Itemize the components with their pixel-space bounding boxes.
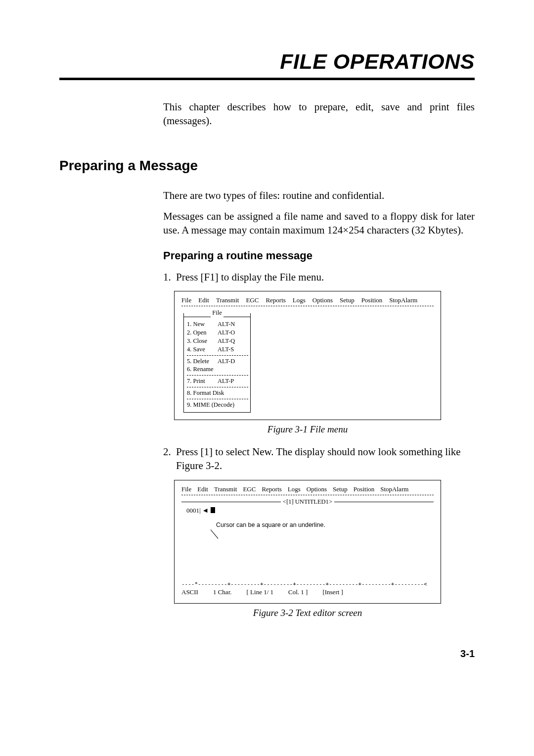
- paragraph: Messages can be assigned a file name and…: [163, 209, 475, 237]
- separator: [181, 306, 434, 306]
- menu-options: Options: [312, 296, 333, 304]
- menu-item: 9. MIME (Decode): [187, 401, 247, 409]
- intro-paragraph: This chapter describes how to prepare, e…: [163, 100, 475, 128]
- menu-options: Options: [307, 485, 327, 493]
- menu-file: File: [181, 485, 191, 493]
- menu-reports: Reports: [262, 485, 281, 493]
- menu-item: 4. SaveALT-S: [187, 345, 247, 354]
- menu-setup: Setup: [340, 296, 355, 304]
- menu-item: 3. CloseALT-Q: [187, 337, 247, 345]
- menu-position: Position: [361, 296, 383, 304]
- dropdown-title: File: [211, 309, 223, 317]
- page: FILE OPERATIONS This chapter describes h…: [0, 0, 534, 689]
- dropdown-title-row: File: [183, 313, 251, 321]
- menu-position: Position: [354, 485, 375, 493]
- step-text: Press [F1] to display the File menu.: [176, 270, 475, 284]
- status-mode: ASCII: [181, 588, 198, 596]
- status-insert: [Insert ]: [322, 588, 343, 596]
- separator: [187, 399, 248, 399]
- cursor-icon: [211, 507, 215, 513]
- menu-reports: Reports: [266, 296, 285, 304]
- section-heading: Preparing a Message: [59, 158, 475, 174]
- menu-egc: EGC: [243, 485, 256, 493]
- editor-title-row: <[1] UNTITLED1>: [181, 498, 434, 506]
- menubar: File Edit Transmit EGC Reports Logs Opti…: [181, 296, 434, 304]
- separator: [187, 355, 248, 356]
- menu-file: File: [181, 296, 191, 304]
- menubar: File Edit Transmit EGC Reports Logs Opti…: [181, 485, 434, 493]
- subsection-heading: Preparing a routine message: [163, 249, 475, 262]
- separator: [187, 375, 248, 376]
- step-number: 2.: [163, 445, 176, 473]
- status-char: 1 Char.: [213, 588, 232, 596]
- menu-stopalarm: StopAlarm: [389, 296, 417, 304]
- figure-caption: Figure 3-1 File menu: [174, 424, 441, 435]
- menu-item: 5. DeleteALT-D: [187, 357, 247, 366]
- figure-text-editor: File Edit Transmit EGC Reports Logs Opti…: [174, 480, 441, 604]
- menu-edit: Edit: [198, 296, 209, 304]
- status-col: Col. 1 ]: [288, 588, 308, 596]
- menu-item: 8. Format Disk: [187, 389, 247, 397]
- chapter-title: FILE OPERATIONS: [59, 49, 475, 74]
- page-number: 3-1: [59, 648, 475, 660]
- step: 1. Press [F1] to display the File menu.: [163, 270, 475, 284]
- figure-file-menu: File Edit Transmit EGC Reports Logs Opti…: [174, 291, 441, 420]
- step-text: Press [1] to select New. The display sho…: [176, 445, 475, 473]
- callout-line: [211, 529, 219, 538]
- menu-item: 7. PrintALT-P: [187, 377, 247, 385]
- paragraph: There are two types of files: routine an…: [163, 189, 475, 202]
- menu-edit: Edit: [197, 485, 208, 493]
- step: 2. Press [1] to select New. The display …: [163, 445, 475, 473]
- menu-item: 6. Rename: [187, 365, 247, 374]
- line-number: 0001|: [186, 507, 201, 515]
- editor-title: <[1] UNTITLED1>: [281, 498, 334, 506]
- menu-logs: Logs: [288, 485, 301, 493]
- menu-transmit: Transmit: [214, 485, 237, 493]
- menu-stopalarm: StopAlarm: [380, 485, 408, 493]
- ruler: ----*---------+---------+---------+-----…: [181, 581, 434, 587]
- menu-setup: Setup: [333, 485, 348, 493]
- menu-logs: Logs: [293, 296, 306, 304]
- step-number: 1.: [163, 270, 176, 284]
- file-dropdown: File 1. NewALT-N 2. OpenALT-O 3. CloseAL…: [183, 309, 251, 413]
- triangle-left-icon: ◀: [203, 507, 207, 514]
- cursor-note: Cursor can be a square or an underline.: [216, 521, 434, 528]
- separator: [181, 495, 434, 495]
- menu-item: 2. OpenALT-O: [187, 329, 247, 337]
- editor-body: 0001| ◀ Cursor can be a square or an und…: [181, 507, 434, 581]
- status-line: [ Line 1/ 1: [247, 588, 274, 596]
- separator: [187, 387, 248, 387]
- menu-egc: EGC: [246, 296, 259, 304]
- figure-caption: Figure 3-2 Text editor screen: [174, 608, 441, 618]
- status-bar: ASCII 1 Char. [ Line 1/ 1 Col. 1 ] [Inse…: [181, 588, 434, 596]
- body: There are two types of files: routine an…: [163, 189, 475, 618]
- menu-transmit: Transmit: [216, 296, 239, 304]
- title-rule: [59, 78, 475, 80]
- menu-item: 1. NewALT-N: [187, 320, 247, 329]
